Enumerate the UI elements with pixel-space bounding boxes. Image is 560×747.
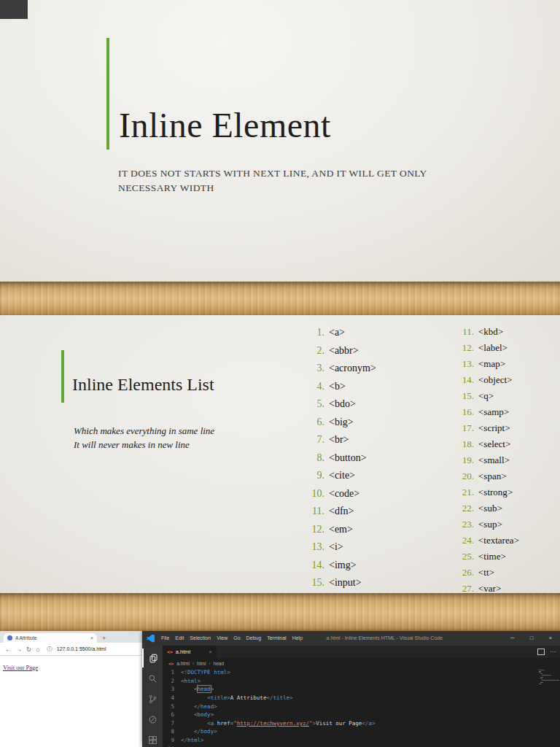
code-line[interactable]: 8 </body> (163, 727, 560, 736)
list-item-tag: <samp> (478, 406, 509, 418)
window-title: a.html - Inline Elements HTML - Visual S… (327, 631, 443, 646)
line-number: 1 (163, 669, 174, 676)
menu-item-terminal[interactable]: Terminal (264, 631, 289, 646)
list-item-number: 27. (459, 583, 474, 593)
close-icon[interactable]: × (541, 631, 560, 646)
debug-icon[interactable] (142, 710, 163, 729)
list-item-number: 14. (310, 560, 324, 571)
menu-item-view[interactable]: View (214, 631, 230, 646)
menu-item-debug[interactable]: Debug (244, 631, 265, 646)
list-item: 11.<dfn> (310, 503, 376, 521)
menu-item-help[interactable]: Help (289, 631, 306, 646)
list-item-number: 11. (310, 506, 324, 517)
list-item: 25.<time> (459, 549, 519, 565)
new-tab-button[interactable]: + (102, 635, 106, 642)
list-item-tag: <button> (329, 452, 367, 464)
code-line[interactable]: 3 <head> (163, 685, 560, 694)
minimap[interactable] (539, 670, 558, 687)
code-area[interactable]: 1<!DOCTYPE html>2<html>3 <head>4 <title>… (163, 668, 560, 747)
list-item-number: 12. (310, 524, 324, 535)
reload-icon[interactable]: ↻ (26, 646, 31, 653)
forward-icon[interactable]: → (16, 646, 23, 653)
explorer-icon[interactable] (142, 649, 163, 667)
menu-item-file[interactable]: File (158, 631, 172, 646)
list-item: 20.<span> (459, 468, 519, 484)
code-text: <a href="http://techwyvern.xyz/">Visit o… (181, 720, 375, 727)
breadcrumb-item[interactable]: html (197, 661, 206, 666)
list-item-tag: <input> (329, 577, 362, 589)
list-item-tag: <q> (478, 390, 494, 402)
code-line[interactable]: 10 (163, 744, 560, 747)
list-item: 13.<map> (459, 356, 519, 372)
list-item-number: 19. (459, 454, 474, 466)
list-item: 17.<script> (459, 420, 519, 436)
code-line[interactable]: 9</html> (163, 736, 560, 745)
code-token: > (227, 669, 230, 676)
search-icon[interactable] (142, 669, 163, 688)
menu-item-edit[interactable]: Edit (172, 631, 187, 646)
chevron-right-icon: › (209, 661, 210, 666)
visit-our-page-link[interactable]: Visit our Page (3, 664, 38, 671)
code-text: <body> (181, 711, 214, 718)
favicon-icon (7, 635, 12, 640)
minimap-line (539, 684, 542, 684)
list-item-tag: <i> (329, 541, 343, 553)
home-icon[interactable]: ⌂ (36, 646, 39, 653)
breadcrumb-items: a.html›html›head (176, 661, 224, 666)
code-line[interactable]: 6 <body> (163, 711, 560, 719)
extensions-icon[interactable] (142, 730, 163, 747)
tab-close-icon[interactable]: × (90, 635, 93, 640)
list-item-number: 1. (310, 327, 324, 338)
browser-tab[interactable]: A Attribute × (4, 633, 97, 643)
chevron-right-icon: › (192, 661, 194, 666)
code-line[interactable]: 1<!DOCTYPE html> (163, 668, 560, 677)
note-line: Which makes everything in same line (74, 425, 214, 438)
list-item-number: 21. (459, 487, 474, 498)
list-item: 8.<button> (310, 449, 376, 468)
list-item: 7.<br> (310, 431, 376, 449)
tab-title: A Attribute (15, 635, 88, 640)
menu-item-go[interactable]: Go (230, 631, 243, 646)
source-control-icon[interactable] (142, 689, 163, 708)
list-item-number: 12. (459, 342, 474, 354)
line-number: 3 (163, 686, 174, 692)
code-text: <!DOCTYPE html> (181, 669, 230, 676)
breadcrumb-item[interactable]: a.html (176, 661, 190, 666)
code-token: > (211, 711, 214, 718)
list-item-number: 9. (310, 470, 324, 481)
maximize-icon[interactable]: □ (522, 631, 541, 646)
list-item-tag: <tt> (478, 567, 494, 578)
browser-tabstrip: A Attribute × + (0, 631, 142, 643)
back-icon[interactable]: ← (5, 646, 12, 653)
menu-item-selection[interactable]: Selection (187, 631, 214, 646)
slide-2: Inline Elements List Which makes everyth… (0, 315, 560, 593)
list-item-tag: <object> (478, 374, 512, 386)
address-bar[interactable]: 127.0.0.1:5500/a.html (57, 646, 106, 651)
code-text: <head> (181, 686, 214, 692)
code-line[interactable]: 7 <a href="http://techwyvern.xyz/">Visit… (163, 719, 560, 728)
breadcrumb-item[interactable]: head (214, 661, 224, 666)
minimize-icon[interactable]: ─ (503, 631, 522, 646)
list-item-number: 24. (459, 535, 474, 546)
list-item-number: 3. (310, 363, 324, 374)
split-editor-icon[interactable] (537, 649, 545, 655)
accent-bar (61, 350, 64, 403)
more-actions-icon[interactable]: ⋯ (550, 649, 556, 654)
line-number: 4 (163, 694, 174, 701)
tab-close-icon[interactable]: × (209, 649, 212, 655)
line-number: 9 (163, 737, 174, 743)
code-line[interactable]: 4 <title>A Attribute</title> (163, 694, 560, 703)
code-line[interactable]: 5 </head> (163, 702, 560, 711)
list-item-number: 25. (459, 551, 474, 562)
list-item-tag: <b> (329, 381, 346, 392)
list-item: 22.<sub> (459, 500, 519, 516)
code-line[interactable]: 2<html> (163, 677, 560, 686)
list-item-number: 13. (459, 358, 474, 370)
list-item-tag: <label> (478, 342, 508, 354)
editor-tab[interactable]: <> a.html × (163, 646, 217, 658)
list-item-tag: <br> (329, 434, 349, 446)
tab-label: a.html (176, 649, 190, 655)
list-item-number: 11. (459, 326, 474, 338)
list-item: 2.<abbr> (310, 342, 376, 360)
page-info-icon[interactable]: ⓘ (47, 646, 52, 653)
